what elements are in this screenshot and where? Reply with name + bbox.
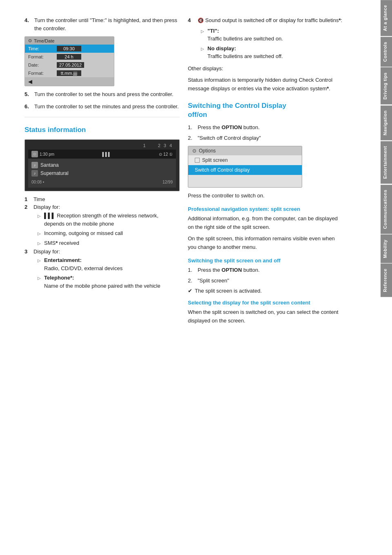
- timedate-screen: ⊙ Time/Date Time: 09:30 Format: 24 h Dat…: [24, 36, 114, 86]
- item-4-text: 🔇 Sound output is switched off or displa…: [198, 16, 342, 25]
- bullet-3-2: ▷ Telephone*: Name of the mobile phone p…: [34, 274, 180, 290]
- bullet-4-1-text: "TI": Traffic bulletins are switched on.: [207, 27, 343, 43]
- status-section-heading: Status information: [24, 125, 180, 134]
- status-track-1: ♪ Santana: [31, 162, 173, 168]
- switch-step-1-text: Press the OPTION button.: [198, 123, 260, 132]
- item-2-num: 2: [24, 204, 31, 210]
- options-item-split: Split screen: [188, 155, 302, 165]
- status-bar-right: ⊙ 12 ①: [159, 152, 173, 157]
- options-screen: ⊙ Options Split screen Switch off Contro…: [188, 146, 302, 188]
- options-icon: ⊙: [192, 148, 196, 154]
- timedate-value-date: 27.05.2012: [57, 62, 84, 68]
- press-controller-text: Press the controller to switch on.: [188, 192, 343, 200]
- sidebar-tab-mobility[interactable]: Mobility: [381, 235, 392, 263]
- other-displays-label: Other displays:: [188, 65, 343, 73]
- split-screen-heading: Switching the split screen on and off: [188, 257, 343, 264]
- sidebar-tab-driving-tips[interactable]: Driving tips: [381, 67, 392, 105]
- switch-step-2-text: "Switch off Control display": [198, 134, 261, 142]
- bullet-2-3-text: SMS* received: [44, 239, 180, 247]
- status-screen: 1 2 3 4 ⊙ 1:30 pm ▌▌▌ ⊙ 12 ① ♪ S: [24, 139, 180, 191]
- status-num-2: 2: [158, 143, 160, 148]
- step-6-num: 6.: [24, 103, 31, 111]
- item-4-num: 4: [188, 16, 194, 25]
- status-bottom: 00:08 • 12/99: [31, 178, 173, 184]
- arrow-icon-3: ▷: [38, 240, 42, 247]
- timedate-titlebar: ⊙ Time/Date: [25, 37, 114, 45]
- status-tracknum: 12/99: [163, 180, 173, 184]
- bullet-3-1: ▷ Entertainment: Radio, CD/DVD, external…: [34, 256, 180, 272]
- item-3-bullets: ▷ Entertainment: Radio, CD/DVD, external…: [24, 256, 180, 290]
- nav-section-heading: Professional navigation system: split sc…: [188, 206, 343, 212]
- sidebar-tab-communications[interactable]: Communications: [381, 185, 392, 234]
- right-column: 4 🔇 Sound output is switched off or disp…: [188, 16, 343, 539]
- nav-para-2: On the split screen, this information re…: [188, 235, 343, 252]
- switch-step-1-num: 1.: [188, 123, 194, 132]
- arrow-icon-7: ▷: [201, 46, 205, 60]
- main-content: 4. Turn the controller until "Time:" is …: [0, 0, 381, 555]
- sidebar-tab-at-a-glance[interactable]: At a glance: [381, 0, 392, 36]
- status-track-1-label: Santana: [40, 162, 59, 168]
- timedate-label-time: Time:: [28, 46, 57, 51]
- split-step-2-num: 2.: [188, 277, 194, 285]
- other-displays-text: Status information is temporarily hidden…: [188, 76, 343, 93]
- left-column: 4. Turn the controller until "Time:" is …: [24, 16, 180, 539]
- split-steps: 1. Press the OPTION button. 2. "Split sc…: [188, 266, 343, 284]
- split-step-1: 1. Press the OPTION button.: [188, 266, 343, 274]
- status-num-3: 3: [164, 143, 166, 148]
- split-step-2: 2. "Split screen": [188, 277, 343, 285]
- status-bar-time: 1:30 pm: [40, 152, 54, 157]
- bullet-2-1: ▷ ▌▌▌ Reception strength of the wireless…: [34, 212, 180, 228]
- timedate-screen-wrap: ⊙ Time/Date Time: 09:30 Format: 24 h Dat…: [24, 36, 180, 86]
- select-para: When the split screen is switched on, yo…: [188, 308, 343, 325]
- arrow-icon-4: ▷: [38, 257, 42, 272]
- step-6: 6. Turn the controller to set the minute…: [24, 103, 180, 111]
- options-screen-bottom: [188, 175, 302, 187]
- split-step-2-text: "Split screen": [198, 277, 229, 285]
- status-track-2: ♪ Supernatural: [31, 170, 173, 177]
- select-heading: Selecting the display for the split scre…: [188, 300, 343, 306]
- checkmark-text: The split screen is activated.: [195, 288, 262, 294]
- split-step-1-text: Press the OPTION button.: [198, 266, 260, 274]
- timedate-value-time: 09:30: [57, 46, 81, 51]
- options-titlebar: ⊙ Options: [188, 146, 302, 155]
- timedate-row-time: Time: 09:30: [25, 45, 114, 53]
- item-1-num: 1: [24, 196, 31, 202]
- sidebar-tab-entertainment[interactable]: Entertainment: [381, 141, 392, 184]
- item-2-label: Display for:: [33, 204, 60, 210]
- switch-steps: 1. Press the OPTION button. 2. "Switch o…: [188, 123, 343, 142]
- timedate-title: Time/Date: [34, 38, 54, 43]
- sidebar-tab-navigation[interactable]: Navigation: [381, 105, 392, 140]
- mute-icon: 🔇: [198, 18, 204, 23]
- switch-step-2-num: 2.: [188, 134, 194, 142]
- options-item-switchoff: Switch off Control display: [188, 165, 302, 175]
- bullet-2-2-text: Incoming, outgoing or missed call: [44, 229, 180, 237]
- step-4-text: Turn the controller until "Time:" is hig…: [34, 16, 180, 32]
- status-bar-left: ⊙ 1:30 pm: [31, 151, 54, 157]
- timedate-nav: ◀: [25, 77, 114, 86]
- switch-step-1: 1. Press the OPTION button.: [188, 123, 343, 132]
- sidebar: At a glance Controls Driving tips Naviga…: [381, 0, 392, 555]
- item-1-block: 1 Time 2 Display for: ▷ ▌▌▌ Reception st…: [24, 196, 180, 290]
- options-label-split: Split screen: [202, 157, 228, 163]
- timedate-icon: ⊙: [28, 38, 32, 43]
- sidebar-tab-controls[interactable]: Controls: [381, 37, 392, 67]
- sidebar-tab-reference[interactable]: Reference: [381, 264, 392, 297]
- status-num-1: 1: [143, 143, 146, 148]
- switch-step-2: 2. "Switch off Control display": [188, 134, 343, 142]
- bullet-2-2: ▷ Incoming, outgoing or missed call: [34, 229, 180, 237]
- bullet-3-2-text: Telephone*: Name of the mobile phone pai…: [44, 274, 180, 290]
- options-checkbox-split: [195, 158, 200, 163]
- status-bar: ⊙ 1:30 pm ▌▌▌ ⊙ 12 ①: [28, 150, 176, 159]
- bullet-3-1-text: Entertainment: Radio, CD/DVD, external d…: [44, 256, 180, 272]
- timedate-label-format2: Format:: [28, 71, 57, 76]
- timedate-row-format1: Format: 24 h: [25, 53, 114, 61]
- checkmark-block: ✔ The split screen is activated.: [188, 288, 343, 294]
- step-4-num: 4.: [24, 16, 31, 32]
- status-track-1-icon: ♪: [31, 162, 38, 168]
- status-elapsed: 00:08 •: [31, 180, 44, 184]
- status-bar-signal: ▌▌▌: [102, 152, 111, 157]
- status-track-2-label: Supernatural: [40, 170, 69, 176]
- switch-section-heading: Switching the Control Displayoff/on: [188, 101, 343, 119]
- status-bar-icon: ⊙: [31, 151, 38, 157]
- arrow-icon-2: ▷: [38, 231, 42, 237]
